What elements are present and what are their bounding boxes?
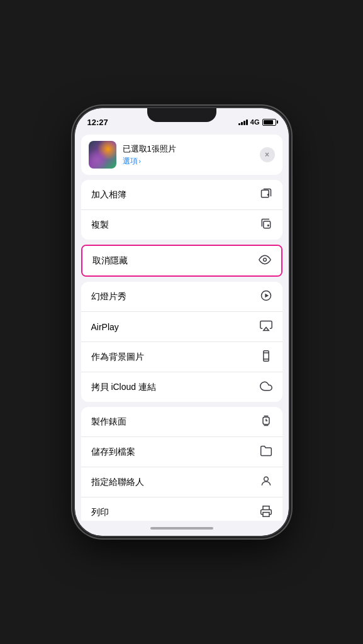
duplicate-label: 複製 — [91, 219, 109, 231]
wallpaper-icon — [260, 350, 272, 364]
phone-frame: 12:27 4G — [75, 108, 289, 536]
battery-icon — [262, 119, 276, 126]
unhide-label: 取消隱藏 — [92, 255, 128, 267]
menu-item-wallpaper[interactable]: 作為背景圖片 — [81, 342, 282, 372]
home-indicator — [150, 527, 213, 530]
close-button[interactable]: × — [260, 147, 275, 162]
svg-rect-10 — [263, 351, 268, 362]
header-left: 已選取1張照片 選項 › — [89, 141, 176, 169]
menu-item-save-file[interactable]: 儲存到檔案 — [81, 437, 282, 467]
eye-icon — [259, 253, 271, 268]
svg-rect-0 — [261, 190, 269, 197]
menu-item-watch-face[interactable]: 製作錶面 — [81, 407, 282, 437]
svg-point-18 — [264, 477, 268, 481]
content-area: 已選取1張照片 選項 › × 加入相簿 — [75, 131, 289, 521]
svg-rect-3 — [263, 221, 270, 228]
contact-icon — [260, 475, 272, 489]
notch — [147, 108, 216, 122]
network-type: 4G — [250, 118, 260, 126]
slideshow-label: 幻燈片秀 — [91, 291, 126, 303]
add-album-label: 加入相簿 — [91, 189, 126, 201]
options-link[interactable]: 選項 › — [123, 156, 176, 167]
wallpaper-label: 作為背景圖片 — [91, 352, 144, 363]
airplay-icon — [260, 319, 272, 334]
menu-item-airplay[interactable]: AirPlay — [81, 312, 282, 342]
menu-item-icloud[interactable]: 拷貝 iCloud 連結 — [81, 372, 282, 402]
chevron-right-icon: › — [139, 158, 141, 165]
print-icon — [260, 505, 272, 519]
menu-item-slideshow[interactable]: 幻燈片秀 — [81, 282, 282, 312]
play-icon — [260, 289, 272, 304]
menu-section-1: 加入相簿 複製 — [81, 180, 282, 240]
signal-bars-icon — [238, 119, 248, 125]
watch-face-label: 製作錶面 — [91, 416, 126, 428]
menu-item-duplicate[interactable]: 複製 — [81, 210, 282, 240]
selected-count-label: 已選取1張照片 — [123, 143, 176, 155]
bottom-bar — [75, 521, 289, 536]
menu-section-2: 取消隱藏 — [81, 245, 282, 277]
menu-item-add-album[interactable]: 加入相簿 — [81, 180, 282, 210]
assign-contact-label: 指定給聯絡人 — [91, 477, 144, 488]
menu-item-print[interactable]: 列印 — [81, 497, 282, 521]
svg-marker-8 — [265, 294, 269, 298]
menu-item-assign-contact[interactable]: 指定給聯絡人 — [81, 467, 282, 497]
screen: 12:27 4G — [75, 108, 289, 536]
status-time: 12:27 — [87, 118, 108, 127]
menu-section-4: 製作錶面 儲存到檔案 — [81, 407, 282, 521]
status-icons: 4G — [238, 118, 276, 126]
menu-item-unhide[interactable]: 取消隱藏 — [82, 246, 281, 275]
svg-rect-19 — [263, 513, 269, 517]
svg-marker-9 — [263, 328, 268, 331]
watch-icon — [260, 414, 272, 429]
folder-icon — [260, 445, 272, 459]
icloud-icon — [260, 380, 272, 394]
selected-photo-thumbnail — [89, 141, 116, 169]
header-card: 已選取1張照片 選項 › × — [81, 135, 282, 175]
album-icon — [260, 187, 272, 202]
save-file-label: 儲存到檔案 — [91, 447, 135, 458]
print-label: 列印 — [91, 507, 109, 518]
close-icon: × — [265, 151, 269, 158]
header-title-group: 已選取1張照片 選項 › — [123, 143, 176, 167]
duplicate-icon — [260, 218, 272, 232]
menu-section-3: 幻燈片秀 AirPlay — [81, 282, 282, 402]
svg-point-6 — [263, 258, 266, 262]
icloud-label: 拷貝 iCloud 連結 — [91, 382, 156, 393]
airplay-label: AirPlay — [91, 322, 119, 332]
